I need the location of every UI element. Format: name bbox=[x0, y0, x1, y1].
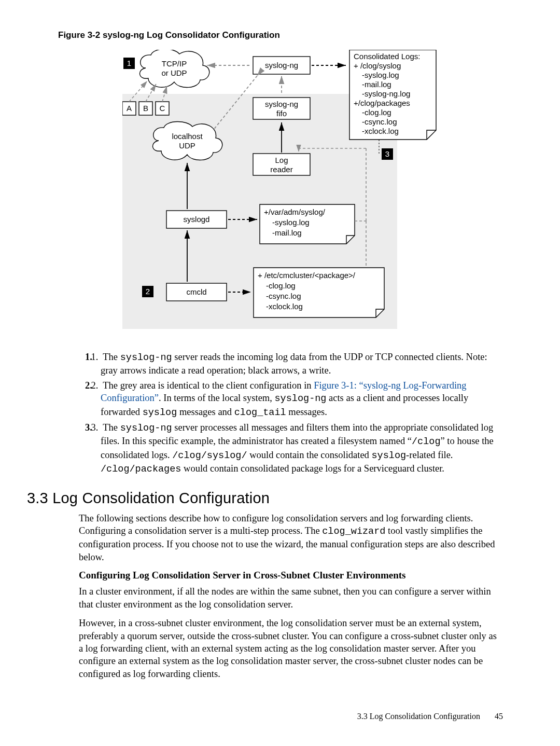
svg-text:-xclock.log: -xclock.log bbox=[362, 127, 399, 135]
svg-text:C: C bbox=[160, 104, 165, 113]
svg-text:Log: Log bbox=[275, 156, 288, 164]
svg-text:-mail.log: -mail.log bbox=[272, 228, 302, 237]
svg-text:+/var/adm/syslog/: +/var/adm/syslog/ bbox=[264, 208, 326, 216]
svg-text:-xclock.log: -xclock.log bbox=[266, 302, 303, 311]
client-boxes: A B C bbox=[122, 102, 169, 115]
page-footer: 3.3 Log Consolidation Configuration 45 bbox=[357, 712, 503, 721]
svg-text:-syslog.log: -syslog.log bbox=[362, 71, 399, 79]
svg-text:+ /clog/syslog: + /clog/syslog bbox=[354, 61, 401, 70]
subsection-heading: Configuring Log Consolidation Server in … bbox=[79, 570, 503, 581]
body-paragraph: In a cluster environment, if all the nod… bbox=[79, 585, 503, 611]
svg-text:-csync.log: -csync.log bbox=[362, 117, 397, 126]
svg-text:syslog-ng: syslog-ng bbox=[265, 61, 298, 70]
list-item: 2. The grey area is identical to the cli… bbox=[101, 379, 503, 419]
svg-text:+/clog/packages: +/clog/packages bbox=[354, 99, 410, 107]
badge-1: 1 bbox=[127, 59, 131, 67]
badge-3: 3 bbox=[385, 149, 389, 158]
svg-text:fifo: fifo bbox=[276, 109, 287, 118]
body-paragraph: However, in a cross-subnet cluster envir… bbox=[79, 617, 503, 680]
badge-2: 2 bbox=[146, 287, 150, 296]
cloud-localhost: localhost UDP bbox=[153, 121, 222, 160]
document-page: Figure 3-2 syslog-ng Log Consolidator Co… bbox=[0, 0, 560, 746]
list-item: 3. The syslog-ng server processes all me… bbox=[101, 421, 503, 476]
consolidated-logs-note: Consolidated Logs: + /clog/syslog -syslo… bbox=[349, 50, 436, 140]
figure-description-list: 1. The syslog-ng server reads the incomi… bbox=[79, 351, 503, 476]
svg-text:syslog-ng: syslog-ng bbox=[265, 100, 298, 108]
var-adm-note: +/var/adm/syslog/ -syslog.log -mail.log bbox=[260, 204, 355, 244]
svg-text:+ /etc/cmcluster/<package>/: + /etc/cmcluster/<package>/ bbox=[258, 271, 356, 280]
svg-text:localhost: localhost bbox=[172, 132, 203, 141]
svg-text:UDP: UDP bbox=[179, 141, 195, 150]
svg-text:-csync.log: -csync.log bbox=[266, 292, 301, 300]
svg-text:TCP/IP: TCP/IP bbox=[162, 59, 187, 68]
svg-text:cmcld: cmcld bbox=[186, 287, 206, 296]
list-item: 1. The syslog-ng server reads the incomi… bbox=[101, 351, 503, 377]
section-title: 3.3 Log Consolidation Configuration bbox=[27, 490, 503, 507]
svg-text:A: A bbox=[127, 104, 132, 113]
svg-text:-mail.log: -mail.log bbox=[362, 80, 391, 89]
body-paragraph: The following sections describe how to c… bbox=[79, 512, 503, 564]
svg-text:-clog.log: -clog.log bbox=[362, 108, 391, 117]
page-number: 45 bbox=[495, 712, 503, 721]
architecture-diagram: 1 TCP/IP or UDP A B C syslog-n bbox=[122, 50, 439, 330]
svg-text:-syslog-ng.log: -syslog-ng.log bbox=[362, 89, 410, 98]
figure-caption: Figure 3-2 syslog-ng Log Consolidator Co… bbox=[58, 30, 503, 40]
footer-section-label: 3.3 Log Consolidation Configuration bbox=[357, 712, 480, 721]
svg-text:B: B bbox=[143, 104, 148, 113]
etc-cmcluster-note: + /etc/cmcluster/<package>/ -clog.log -c… bbox=[254, 268, 384, 317]
svg-text:or UDP: or UDP bbox=[161, 68, 187, 77]
svg-text:Consolidated Logs:: Consolidated Logs: bbox=[354, 52, 420, 61]
svg-text:syslogd: syslogd bbox=[184, 215, 210, 224]
svg-text:-clog.log: -clog.log bbox=[266, 281, 296, 290]
cloud-tcpip: TCP/IP or UDP bbox=[140, 50, 209, 88]
svg-text:reader: reader bbox=[270, 165, 292, 174]
svg-text:-syslog.log: -syslog.log bbox=[272, 218, 310, 227]
